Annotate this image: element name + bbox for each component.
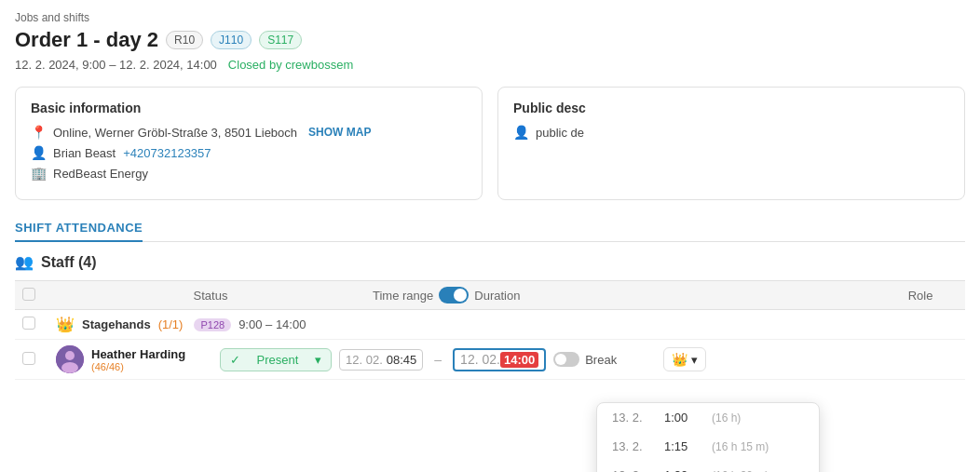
start-date: 12. 02.	[346, 353, 383, 367]
dropdown-item[interactable]: 13. 2. 1:00 (16 h)	[597, 403, 819, 432]
status-col-header: Status	[56, 289, 365, 303]
end-date: 12. 02.	[460, 352, 500, 367]
svg-point-1	[65, 351, 75, 360]
dropdown-item-duration: (16 h 15 m)	[712, 440, 769, 453]
start-time: 08:45	[387, 353, 417, 367]
stagehand-group-row: 👑 Stagehands (1/1) P128 9:00 – 14:00	[15, 310, 965, 340]
badge-r10: R10	[166, 31, 203, 49]
public-desc-title: Public desc	[513, 101, 949, 115]
p128-badge: P128	[194, 318, 231, 331]
heather-sub: (46/46)	[91, 361, 212, 372]
time-range-col-header: Time range Duration	[373, 287, 559, 303]
badge-s117: S117	[259, 31, 302, 49]
staff-title: Staff (4)	[41, 254, 97, 271]
break-toggle[interactable]	[553, 352, 579, 367]
dropdown-item[interactable]: 13. 2. 1:30 (16 h 30 m)	[597, 461, 819, 472]
dropdown-item-time: 1:00	[664, 411, 697, 425]
badge-j110: J110	[211, 31, 252, 49]
stagehand-group-name: Stagehands	[82, 317, 151, 331]
heather-row: Heather Harding (46/46) ✓ Present ▾ 12. …	[15, 340, 965, 380]
break-toggle-area: Break	[553, 352, 656, 367]
heather-time-end[interactable]: 12. 02. 14:00	[453, 348, 546, 371]
heather-time-start[interactable]: 12. 02. 08:45	[339, 349, 423, 371]
public-desc-text: public de	[536, 126, 584, 140]
date-range: 12. 2. 2024, 9:00 – 12. 2. 2024, 14:00	[15, 58, 217, 72]
dropdown-item-date: 13. 2.	[612, 439, 649, 453]
staff-icon: 👥	[15, 253, 34, 271]
stagehand-time: 9:00 – 14:00	[238, 317, 306, 331]
heather-name: Heather Harding	[91, 347, 212, 361]
status-check-icon: ✓	[230, 353, 240, 367]
location-text: Online, Werner Gröbl-Straße 3, 8501 Lieb…	[53, 126, 297, 140]
show-map-link[interactable]: SHOW MAP	[308, 126, 371, 139]
status-chevron-icon: ▾	[315, 353, 321, 367]
time-toggle[interactable]	[439, 287, 469, 303]
time-separator: –	[430, 352, 445, 367]
heather-status-label: Present	[257, 353, 299, 367]
crown-group-icon: 👑	[56, 316, 75, 333]
end-time-highlighted: 14:00	[500, 352, 538, 368]
public-desc-card: Public desc 👤 public de	[497, 87, 965, 200]
dropdown-item-duration: (16 h)	[712, 411, 741, 425]
svg-point-2	[61, 362, 78, 373]
dropdown-item-duration: (16 h 30 m)	[712, 469, 769, 473]
basic-info-title: Basic information	[31, 101, 467, 115]
role-col-header: Role	[883, 289, 958, 303]
closed-status: Closed by crewbossem	[228, 58, 353, 72]
dropdown-item-time: 1:15	[664, 439, 697, 453]
staff-table: Status Time range Duration Role 👑 Stageh…	[15, 280, 965, 380]
heather-avatar	[56, 345, 84, 373]
role-chevron-icon: ▾	[691, 353, 698, 367]
select-all-checkbox[interactable]	[22, 288, 35, 301]
shift-attendance-section: SHIFT ATTENDANCE	[15, 215, 965, 242]
basic-info-card: Basic information 📍 Online, Werner Gröbl…	[15, 87, 483, 200]
break-label: Break	[585, 353, 617, 367]
role-crown-icon: 👑	[672, 352, 687, 367]
dropdown-item-date: 13. 2.	[612, 468, 649, 472]
breadcrumb: Jobs and shifts	[15, 11, 965, 24]
page-title: Order 1 - day 2	[15, 28, 158, 52]
heather-status-btn[interactable]: ✓ Present ▾	[220, 348, 332, 371]
table-header: Status Time range Duration Role	[15, 280, 965, 310]
phone-link[interactable]: +420732123357	[123, 146, 211, 160]
time-dropdown: 13. 2. 1:00 (16 h) 13. 2. 1:15 (16 h 15 …	[596, 402, 820, 472]
contact-name: Brian Beast	[53, 146, 116, 160]
stagehand-count: (1/1)	[158, 317, 184, 331]
stagehand-checkbox[interactable]	[22, 317, 35, 330]
company-name: RedBeast Energy	[53, 167, 148, 181]
dropdown-item-date: 13. 2.	[612, 411, 649, 425]
dropdown-item[interactable]: 13. 2. 1:15 (16 h 15 m)	[597, 432, 819, 461]
heather-checkbox[interactable]	[22, 352, 35, 365]
person-icon: 👤	[31, 145, 46, 160]
public-icon: 👤	[513, 125, 528, 140]
heather-role-btn[interactable]: 👑 ▾	[663, 347, 706, 371]
dropdown-item-time: 1:30	[664, 468, 697, 472]
company-icon: 🏢	[31, 166, 46, 181]
location-icon: 📍	[31, 125, 46, 140]
shift-attendance-tab[interactable]: SHIFT ATTENDANCE	[15, 215, 143, 242]
